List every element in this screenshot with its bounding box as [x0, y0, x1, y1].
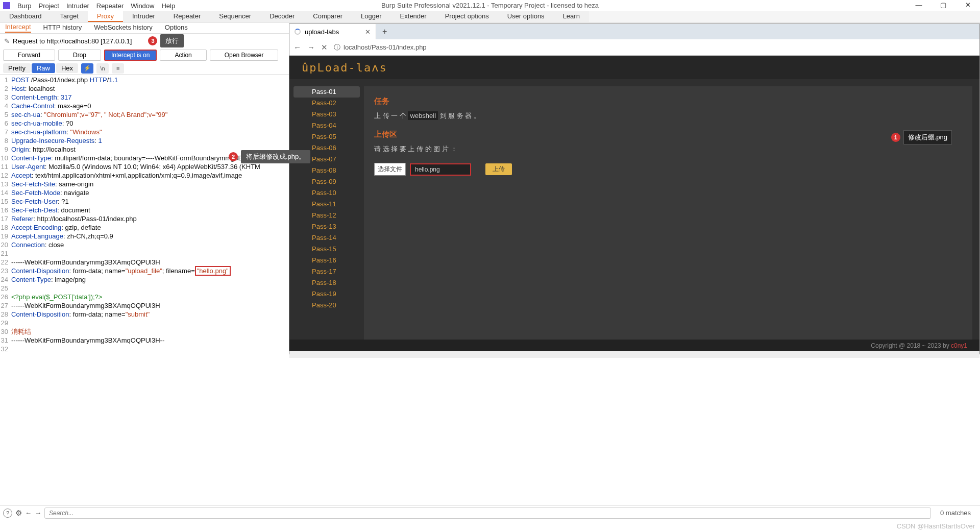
sidebar-pass-05[interactable]: Pass-05	[289, 131, 364, 142]
loading-spinner-icon	[295, 29, 301, 35]
subtab-intercept[interactable]: Intercept	[5, 23, 31, 33]
tab-logger[interactable]: Logger	[352, 11, 390, 22]
sidebar-pass-04[interactable]: Pass-04	[289, 120, 364, 131]
maximize-button[interactable]: ▢	[931, 0, 955, 11]
task-heading: 任务	[374, 96, 962, 106]
settings-icon[interactable]: ⚙	[15, 509, 22, 518]
status-bar: ? ⚙ ← → 0 matches	[0, 505, 980, 520]
menu-project[interactable]: Project	[38, 2, 59, 10]
drop-button[interactable]: Drop	[58, 50, 101, 61]
sidebar-pass-20[interactable]: Pass-20	[289, 300, 364, 311]
hex-tab[interactable]: Hex	[56, 63, 78, 73]
sidebar-pass-16[interactable]: Pass-16	[289, 255, 364, 266]
annotation-1-text: 修改后缀.png	[903, 130, 952, 144]
chosen-filename: hello.png	[410, 163, 471, 176]
menu-window[interactable]: Window	[131, 2, 154, 10]
browser-tabstrip[interactable]: upload-labs ✕ +	[289, 24, 979, 39]
address-bar: ← → ✕ ⓘ localhost/Pass-01/index.php	[289, 39, 979, 56]
tab-extender[interactable]: Extender	[391, 11, 436, 22]
annotation-3-badge: 3	[148, 36, 157, 45]
close-tab-icon[interactable]: ✕	[365, 28, 371, 36]
select-label: 请 选 择 要 上 传 的 图 片 ：	[374, 144, 962, 154]
subtab-http-history[interactable]: HTTP history	[43, 23, 82, 32]
search-input[interactable]	[44, 508, 931, 519]
tab-decoder[interactable]: Decoder	[260, 11, 304, 22]
pretty-tab[interactable]: Pretty	[3, 63, 31, 73]
forward-icon[interactable]: →	[307, 43, 315, 52]
browser-tab[interactable]: upload-labs ✕	[289, 24, 376, 39]
minimize-button[interactable]: —	[906, 0, 931, 11]
sidebar-pass-09[interactable]: Pass-09	[289, 176, 364, 187]
tab-sequencer[interactable]: Sequencer	[210, 11, 260, 22]
sidebar-pass-14[interactable]: Pass-14	[289, 232, 364, 244]
browser-tab-title: upload-labs	[305, 28, 339, 36]
back-icon[interactable]: ←	[293, 43, 301, 52]
match-count: 0 matches	[934, 509, 977, 517]
tab-proxy[interactable]: Proxy	[88, 11, 123, 22]
close-button[interactable]: ✕	[955, 0, 980, 11]
main-tabs[interactable]: DashboardTargetProxyIntruderRepeaterSequ…	[0, 11, 980, 22]
sidebar-pass-10[interactable]: Pass-10	[289, 187, 364, 199]
annotation-2-badge: 2	[229, 152, 238, 161]
embedded-browser: upload-labs ✕ + ← → ✕ ⓘ localhost/Pass-0…	[289, 23, 980, 354]
menu-repeater[interactable]: Repeater	[96, 2, 124, 10]
reload-icon[interactable]: ✕	[321, 43, 328, 52]
edit-icon[interactable]: ✎	[4, 37, 10, 45]
tab-intruder[interactable]: Intruder	[123, 11, 164, 22]
tab-target[interactable]: Target	[51, 11, 88, 22]
sidebar-pass-03[interactable]: Pass-03	[289, 109, 364, 120]
pass-sidebar[interactable]: Pass-01Pass-02Pass-03Pass-04Pass-05Pass-…	[289, 79, 364, 354]
info-icon[interactable]: ⓘ	[334, 43, 340, 52]
upload-button[interactable]: 上传	[485, 163, 512, 175]
new-tab-button[interactable]: +	[376, 27, 393, 36]
subtab-websockets-history[interactable]: WebSockets history	[94, 23, 153, 32]
tab-repeater[interactable]: Repeater	[164, 11, 210, 22]
sidebar-pass-13[interactable]: Pass-13	[289, 221, 364, 232]
sidebar-pass-18[interactable]: Pass-18	[289, 277, 364, 288]
tab-comparer[interactable]: Comparer	[304, 11, 352, 22]
sidebar-pass-17[interactable]: Pass-17	[289, 266, 364, 277]
menubar[interactable]: BurpProjectIntruderRepeaterWindowHelp	[0, 0, 980, 11]
action-button[interactable]: Action	[160, 50, 206, 61]
sidebar-pass-11[interactable]: Pass-11	[289, 199, 364, 210]
raw-tab[interactable]: Raw	[32, 63, 55, 73]
tab-dashboard[interactable]: Dashboard	[0, 11, 51, 22]
prev-icon[interactable]: ←	[25, 509, 32, 517]
menu-burp[interactable]: Burp	[17, 2, 31, 10]
menu-intruder[interactable]: Intruder	[66, 2, 89, 10]
tab-learn[interactable]: Learn	[554, 11, 589, 22]
sidebar-pass-12[interactable]: Pass-12	[289, 210, 364, 221]
menu-help[interactable]: Help	[161, 2, 175, 10]
wrap-icon[interactable]: ≡	[112, 63, 124, 74]
actions-icon[interactable]: ⚡	[81, 63, 93, 74]
choose-file-button[interactable]: 选择文件	[374, 163, 406, 176]
main-panel: 任务 上 传 一 个 webshell 到 服 务 器 。 上传区 请 选 择 …	[364, 86, 972, 354]
next-icon[interactable]: →	[35, 509, 41, 517]
sidebar-pass-01[interactable]: Pass-01	[293, 86, 360, 98]
site-logo: ûpLoad-laʌs	[289, 56, 979, 79]
annotation-2: 2 将后缀修改成.php。	[229, 150, 310, 163]
app-logo	[3, 2, 10, 9]
sidebar-pass-15[interactable]: Pass-15	[289, 244, 364, 255]
annotation-1: 1 修改后缀.png	[891, 130, 952, 144]
url-text: localhost/Pass-01/index.php	[344, 43, 427, 51]
sidebar-pass-02[interactable]: Pass-02	[289, 98, 364, 109]
intercept-toggle[interactable]: Intercept is on	[104, 50, 157, 61]
sidebar-pass-19[interactable]: Pass-19	[289, 288, 364, 300]
newline-icon[interactable]: \n	[96, 63, 109, 74]
annotation-1-badge: 1	[891, 133, 900, 142]
task-text: 上 传 一 个 webshell 到 服 务 器 。	[374, 111, 962, 120]
forward-button[interactable]: Forward	[3, 50, 55, 61]
tab-user-options[interactable]: User options	[498, 11, 554, 22]
subtab-options[interactable]: Options	[165, 23, 188, 32]
url-field[interactable]: ⓘ localhost/Pass-01/index.php	[334, 43, 975, 52]
request-target: Request to http://localhost:80 [127.0.0.…	[13, 37, 132, 45]
window-buttons: — ▢ ✕	[906, 0, 980, 11]
sidebar-pass-08[interactable]: Pass-08	[289, 165, 364, 176]
browser-scrollbar[interactable]	[289, 351, 979, 358]
open-browser-button[interactable]: Open Browser	[210, 50, 279, 61]
help-icon[interactable]: ?	[3, 509, 12, 518]
annotation-3-text: 放行	[160, 34, 184, 47]
page-content: ûpLoad-laʌs Pass-01Pass-02Pass-03Pass-04…	[289, 56, 979, 354]
tab-project-options[interactable]: Project options	[436, 11, 498, 22]
